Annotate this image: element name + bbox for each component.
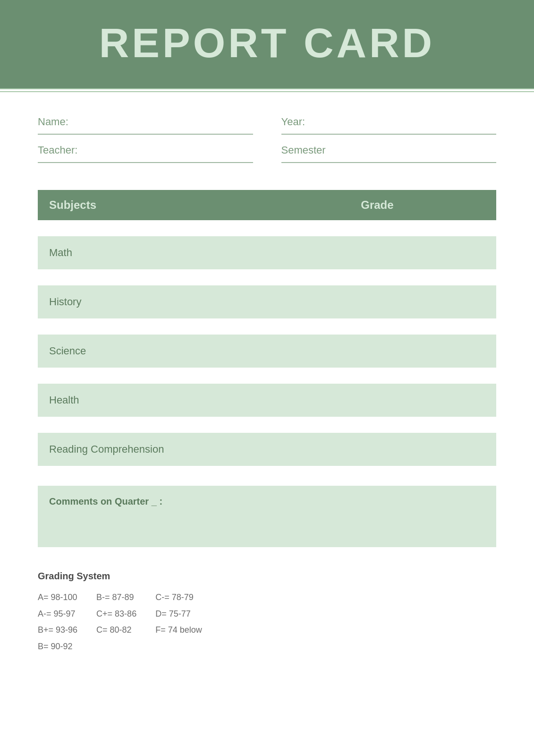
subject-cell: Health bbox=[38, 384, 349, 417]
name-underline bbox=[38, 130, 253, 135]
page-title: REPORT CARD bbox=[28, 19, 506, 67]
grading-item: F= 74 below bbox=[155, 623, 202, 637]
grade-cell bbox=[349, 433, 496, 466]
main-content: Name: Year: Teacher: Semester Subjects bbox=[0, 92, 534, 677]
grading-item: B= 90-92 bbox=[38, 639, 77, 654]
table-row: Health bbox=[38, 384, 496, 417]
grading-col-2: B-= 87-89C+= 83-86C= 80-82 bbox=[96, 590, 136, 653]
table-header-row: Subjects Grade bbox=[38, 190, 496, 220]
header-section: REPORT CARD bbox=[0, 0, 534, 88]
grading-col-1: A= 98-100A-= 95-97B+= 93-96B= 90-92 bbox=[38, 590, 77, 653]
info-row-2: Teacher: Semester bbox=[38, 144, 496, 163]
year-field: Year: bbox=[281, 116, 497, 135]
grade-column-header: Grade bbox=[349, 190, 496, 220]
name-label: Name: bbox=[38, 116, 253, 128]
comments-label: Comments on Quarter _ : bbox=[49, 496, 485, 507]
teacher-underline bbox=[38, 158, 253, 163]
info-row-1: Name: Year: bbox=[38, 116, 496, 135]
grade-cell bbox=[349, 384, 496, 417]
table-spacer bbox=[38, 226, 496, 231]
grading-system: Grading System A= 98-100A-= 95-97B+= 93-… bbox=[38, 571, 496, 653]
grading-item: C-= 78-79 bbox=[155, 590, 202, 605]
divider-line-1 bbox=[0, 88, 534, 89]
year-underline bbox=[281, 130, 497, 135]
divider bbox=[0, 88, 534, 92]
subject-cell: Reading Comprehension bbox=[38, 433, 349, 466]
table-spacer bbox=[38, 324, 496, 329]
table-row: Reading Comprehension bbox=[38, 433, 496, 466]
table-spacer bbox=[38, 422, 496, 427]
grade-cell bbox=[349, 236, 496, 269]
subjects-column-header: Subjects bbox=[38, 190, 349, 220]
table-row: History bbox=[38, 285, 496, 318]
table-row: Science bbox=[38, 335, 496, 368]
grading-grid: A= 98-100A-= 95-97B+= 93-96B= 90-92 B-= … bbox=[38, 590, 496, 653]
grading-item: D= 75-77 bbox=[155, 607, 202, 621]
semester-field: Semester bbox=[281, 144, 497, 163]
grade-cell bbox=[349, 335, 496, 368]
divider-line-2 bbox=[0, 91, 534, 92]
grade-cell bbox=[349, 285, 496, 318]
subject-cell: Math bbox=[38, 236, 349, 269]
table-spacer bbox=[38, 373, 496, 378]
year-label: Year: bbox=[281, 116, 497, 128]
grading-item: A= 98-100 bbox=[38, 590, 77, 605]
grading-title: Grading System bbox=[38, 571, 496, 582]
grading-col-3: C-= 78-79D= 75-77F= 74 below bbox=[155, 590, 202, 653]
info-section: Name: Year: Teacher: Semester bbox=[38, 116, 496, 163]
grading-item: A-= 95-97 bbox=[38, 607, 77, 621]
comments-section: Comments on Quarter _ : bbox=[38, 486, 496, 547]
subject-cell: Science bbox=[38, 335, 349, 368]
grading-item: B-= 87-89 bbox=[96, 590, 136, 605]
teacher-label: Teacher: bbox=[38, 144, 253, 156]
grading-item: C+= 83-86 bbox=[96, 607, 136, 621]
teacher-field: Teacher: bbox=[38, 144, 253, 163]
grades-table: Subjects Grade MathHistoryScienceHealthR… bbox=[38, 184, 496, 472]
grading-item: B+= 93-96 bbox=[38, 623, 77, 637]
semester-underline bbox=[281, 158, 497, 163]
subject-cell: History bbox=[38, 285, 349, 318]
table-row: Math bbox=[38, 236, 496, 269]
table-spacer bbox=[38, 275, 496, 280]
semester-label: Semester bbox=[281, 144, 497, 156]
grading-item: C= 80-82 bbox=[96, 623, 136, 637]
name-field: Name: bbox=[38, 116, 253, 135]
